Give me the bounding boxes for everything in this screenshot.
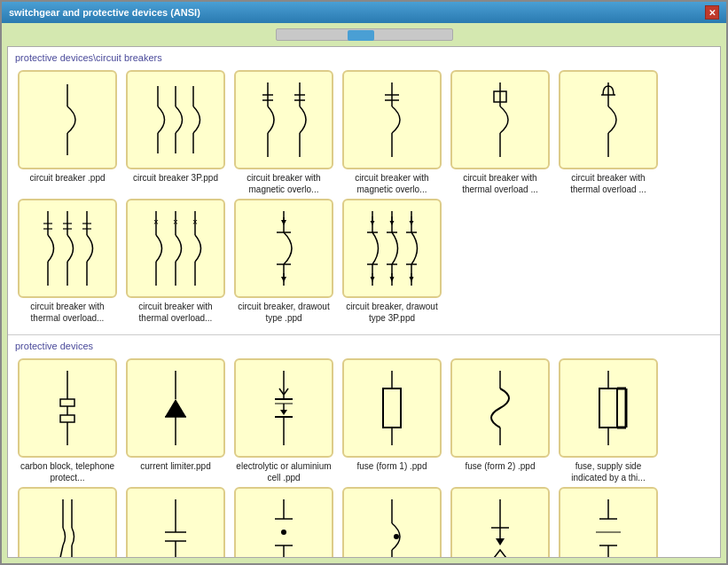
- list-item[interactable]: fuse (form 2) .ppd: [448, 358, 552, 483]
- item-icon-box: [234, 487, 333, 558]
- list-item[interactable]: sphere gap .ppd: [556, 487, 661, 558]
- svg-text:×: ×: [153, 217, 159, 227]
- svg-marker-92: [280, 410, 287, 415]
- svg-marker-78: [410, 277, 414, 282]
- svg-marker-62: [371, 277, 375, 282]
- list-item[interactable]: electrolytic or aluminium cell .ppd: [231, 358, 336, 483]
- cb-therm-ovl2-icon: [582, 80, 635, 160]
- lightning-arrester-icon: [153, 497, 198, 558]
- scrollbar-area: [2, 23, 726, 46]
- network-protector-icon: [365, 497, 419, 558]
- svg-point-122: [394, 534, 399, 539]
- item-icon-box: [342, 70, 442, 169]
- svg-rect-103: [599, 388, 617, 428]
- item-label: circuit breaker with thermal overload ..…: [559, 172, 658, 195]
- current-limiter-icon: [149, 368, 202, 448]
- svg-text:×: ×: [192, 217, 198, 227]
- svg-marker-70: [390, 277, 395, 282]
- svg-marker-54: [281, 277, 286, 282]
- list-item[interactable]: circuit breaker with thermal overload...: [15, 199, 120, 324]
- content-area[interactable]: protective devices\circuit breakers circ…: [7, 46, 721, 558]
- list-item[interactable]: protective gap .ppd: [448, 487, 552, 558]
- svg-text:×: ×: [173, 217, 178, 227]
- fuse-supply-icon: [586, 368, 630, 448]
- main-window: switchgear and protective devices (ANSI)…: [0, 0, 728, 565]
- scrollbar-track[interactable]: [276, 28, 453, 41]
- item-icon-box: [126, 70, 225, 169]
- list-item[interactable]: circuit breaker .ppd: [15, 70, 120, 195]
- list-item[interactable]: circuit breaker 3P.ppd: [123, 70, 228, 195]
- list-item[interactable]: network protector .ppd: [340, 487, 444, 558]
- item-icon-box: × × ×: [126, 199, 225, 298]
- item-label: circuit breaker with magnetic overlo...: [342, 172, 442, 195]
- list-item[interactable]: fuse, supply side indicated by a thi...: [556, 358, 661, 483]
- item-label: circuit breaker, drawout type 3P.ppd: [342, 301, 442, 324]
- item-label: circuit breaker, drawout type .ppd: [234, 301, 333, 324]
- item-icon-box: [18, 358, 117, 458]
- cb-therm-ovl-icon: [474, 80, 527, 160]
- fuse-form2-icon: [474, 368, 527, 448]
- item-icon-box: [234, 358, 333, 458]
- list-item[interactable]: circuit breaker with thermal overload ..…: [556, 70, 661, 195]
- cb-drawout-icon: [257, 208, 310, 288]
- cb-therm-ovl4-icon: × × ×: [136, 208, 215, 288]
- list-item[interactable]: fuse (form 1) .ppd: [340, 358, 444, 483]
- section-header-circuit-breakers: protective devices\circuit breakers: [8, 47, 720, 67]
- svg-rect-80: [60, 399, 74, 406]
- item-label: circuit breaker with thermal overload...: [18, 301, 117, 324]
- list-item[interactable]: circuit breaker with magnetic overlo...: [231, 70, 336, 195]
- item-label: fuse (form 1) .ppd: [357, 460, 427, 472]
- item-label: current limiter.ppd: [140, 460, 210, 472]
- list-item[interactable]: lightning arrester .ppd: [123, 487, 228, 558]
- cb-3p-icon: [140, 84, 211, 155]
- item-icon-box: [559, 358, 658, 458]
- list-item[interactable]: circuit breaker, drawout type 3P.ppd: [340, 199, 444, 324]
- section-header-protective-devices: protective devices: [8, 334, 720, 355]
- cb-single-icon: [41, 84, 94, 155]
- item-label: circuit breaker .ppd: [29, 172, 105, 184]
- list-item[interactable]: horn gap .ppd: [15, 487, 120, 558]
- cb-mag-ovl-icon: [248, 80, 319, 160]
- multigap-icon: [262, 497, 306, 558]
- item-icon-box: [342, 358, 442, 458]
- list-item[interactable]: × × ×: [123, 199, 228, 324]
- svg-marker-60: [371, 221, 375, 225]
- list-item[interactable]: multigap, general .ppd: [231, 487, 336, 558]
- list-item[interactable]: current limiter.ppd: [123, 358, 228, 483]
- scrollbar-thumb[interactable]: [348, 30, 374, 41]
- svg-marker-52: [281, 220, 286, 225]
- item-label: fuse (form 2) .ppd: [466, 460, 536, 472]
- item-icon-box: [342, 487, 442, 558]
- item-icon-box: [559, 70, 658, 169]
- item-icon-box: [342, 199, 442, 298]
- list-item[interactable]: carbon block, telephone protect...: [15, 358, 120, 483]
- svg-point-118: [281, 530, 286, 535]
- item-icon-box: [450, 70, 550, 169]
- title-bar: switchgear and protective devices (ANSI)…: [2, 2, 726, 23]
- item-label: circuit breaker 3P.ppd: [133, 172, 218, 184]
- svg-marker-127: [496, 538, 505, 545]
- list-item[interactable]: circuit breaker, drawout type .ppd: [231, 199, 336, 324]
- svg-line-109: [57, 545, 63, 558]
- item-label: carbon block, telephone protect...: [18, 460, 117, 483]
- list-item[interactable]: circuit breaker with thermal overload ..…: [448, 70, 552, 195]
- protective-gap-icon: [478, 497, 522, 558]
- item-icon-box: [450, 358, 550, 458]
- item-icon-box: [234, 199, 333, 298]
- item-icon-box: [18, 487, 117, 558]
- list-item[interactable]: circuit breaker with magnetic overlo...: [340, 70, 444, 195]
- svg-marker-68: [390, 221, 395, 225]
- close-button[interactable]: ✕: [705, 5, 719, 20]
- sphere-gap-icon: [586, 497, 630, 558]
- item-label: circuit breaker with thermal overload...: [126, 301, 225, 324]
- protective-devices-grid: carbon block, telephone protect... curre…: [8, 355, 720, 558]
- circuit-breakers-grid: circuit breaker .ppd: [8, 67, 720, 331]
- svg-rect-98: [383, 388, 401, 428]
- fuse-form1-icon: [370, 368, 414, 448]
- horn-gap-icon: [41, 497, 94, 558]
- cb-drawout-3p-icon: [352, 208, 432, 288]
- svg-marker-128: [491, 550, 509, 558]
- item-icon-box: [450, 487, 550, 558]
- electrolytic-icon: [257, 368, 310, 448]
- window-title: switchgear and protective devices (ANSI): [9, 7, 200, 18]
